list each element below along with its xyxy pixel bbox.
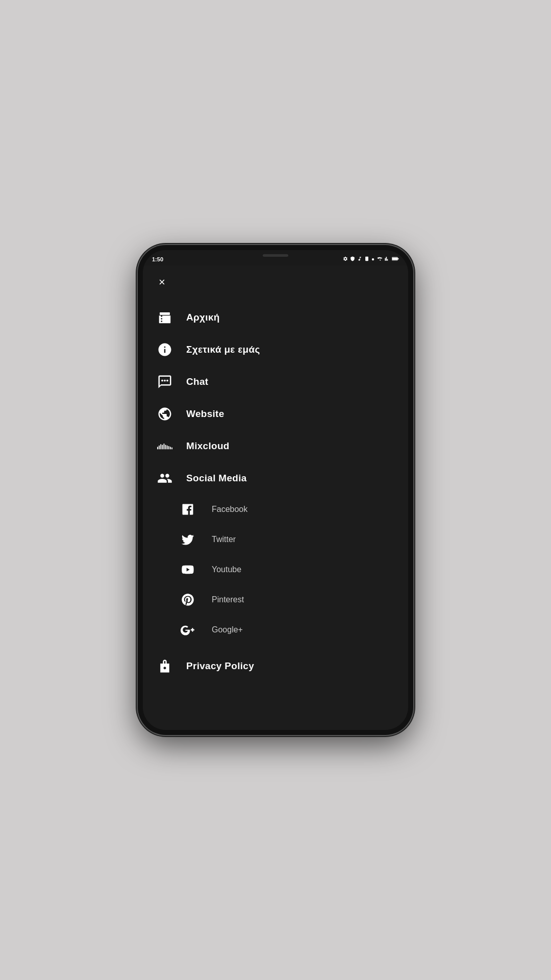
lock-icon [156, 657, 173, 675]
radio-icon [156, 308, 173, 326]
media-status-icon [357, 256, 362, 262]
status-bar: 1:50 ● [143, 250, 408, 265]
mixcloud-label: Mixcloud [186, 440, 230, 452]
speaker-notch [263, 254, 288, 257]
pinterest-label: Pinterest [212, 595, 244, 604]
shield-status-icon [350, 256, 355, 262]
social-item-twitter[interactable]: Twitter [168, 524, 398, 554]
social-item-pinterest[interactable]: Pinterest [168, 584, 398, 615]
googleplus-label: Google+ [212, 625, 243, 634]
svg-point-4 [164, 316, 168, 321]
globe-icon [156, 405, 173, 423]
facebook-label: Facebook [212, 505, 247, 514]
website-label: Website [186, 408, 224, 420]
menu-item-about[interactable]: Σχετικά με εμάς [153, 333, 398, 365]
settings-status-icon [343, 256, 348, 262]
status-icons: ● [343, 256, 399, 262]
chat-icon [156, 373, 173, 390]
about-label: Σχετικά με εμάς [186, 344, 260, 355]
status-time: 1:50 [152, 256, 163, 262]
social-item-youtube[interactable]: Youtube [168, 554, 398, 584]
svg-rect-3 [392, 257, 398, 260]
menu-item-mixcloud[interactable]: Mixcloud [153, 430, 398, 462]
dot-status-icon: ● [371, 256, 374, 262]
menu-content: × Αρχική Σχετικά με εμάς [143, 265, 408, 730]
twitter-label: Twitter [212, 535, 236, 544]
pinterest-icon [179, 591, 196, 608]
mixcloud-icon [156, 437, 173, 455]
people-icon [156, 469, 173, 487]
close-icon: × [159, 277, 165, 288]
menu-item-social-media[interactable]: Social Media [153, 462, 398, 494]
sim-status-icon [364, 256, 369, 262]
battery-status-icon [392, 256, 399, 262]
googleplus-icon [179, 621, 196, 639]
svg-point-6 [164, 379, 166, 381]
social-item-facebook[interactable]: Facebook [168, 494, 398, 524]
phone-frame: 1:50 ● [138, 245, 413, 735]
twitter-icon [179, 530, 196, 548]
svg-rect-16 [170, 447, 171, 449]
svg-rect-9 [159, 445, 160, 449]
screen: 1:50 ● [143, 250, 408, 730]
menu-item-home[interactable]: Αρχική [153, 301, 398, 333]
svg-rect-13 [165, 445, 166, 449]
signal-status-icon [385, 256, 390, 262]
social-item-googleplus[interactable]: Google+ [168, 615, 398, 645]
svg-point-7 [166, 379, 168, 381]
social-media-label: Social Media [186, 473, 247, 484]
facebook-icon [179, 500, 196, 518]
wifi-status-icon [377, 256, 383, 262]
svg-rect-15 [168, 446, 169, 449]
svg-rect-11 [162, 445, 163, 449]
privacy-label: Privacy Policy [186, 660, 254, 672]
youtube-label: Youtube [212, 565, 241, 574]
menu-item-chat[interactable]: Chat [153, 365, 398, 398]
svg-rect-0 [365, 256, 368, 260]
menu-item-website[interactable]: Website [153, 398, 398, 430]
svg-rect-14 [166, 445, 167, 449]
youtube-icon [179, 560, 196, 578]
svg-point-5 [161, 379, 163, 381]
svg-rect-17 [171, 447, 172, 449]
svg-rect-12 [163, 444, 164, 449]
menu-item-privacy[interactable]: Privacy Policy [153, 650, 398, 682]
close-button[interactable]: × [153, 273, 171, 291]
svg-rect-8 [157, 447, 158, 449]
info-icon [156, 340, 173, 358]
svg-rect-2 [398, 258, 399, 259]
chat-label: Chat [186, 376, 208, 387]
home-label: Αρχική [186, 312, 220, 323]
svg-rect-10 [160, 444, 161, 449]
